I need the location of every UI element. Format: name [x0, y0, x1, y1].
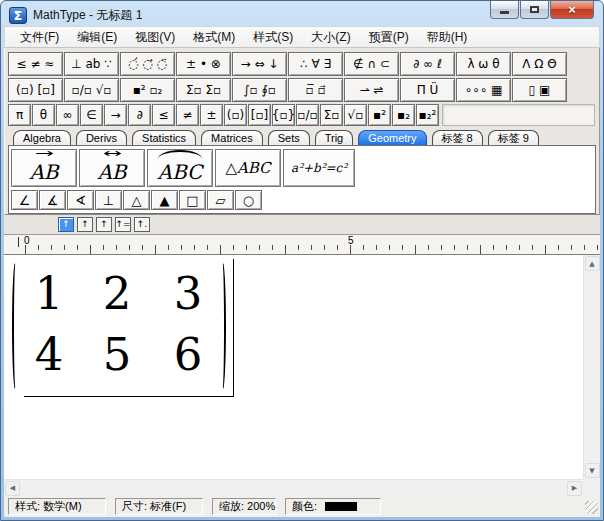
- quick-arrow-button[interactable]: →: [104, 104, 127, 126]
- status-size[interactable]: 尺寸: 标准(F): [115, 498, 203, 515]
- palette-embellishments[interactable]: ◌́ ◌⃗ ◌̈: [120, 52, 175, 76]
- menu-edit[interactable]: 编辑(E): [68, 26, 126, 49]
- vertical-scrollbar[interactable]: ▲ ▼: [583, 255, 600, 479]
- triangle-filled-button[interactable]: ▲: [151, 190, 178, 210]
- perpendicular-button[interactable]: ⊥: [95, 190, 122, 210]
- tab-label8[interactable]: 标签 8: [432, 130, 483, 145]
- status-style[interactable]: 样式: 数学(M): [8, 498, 106, 515]
- arc-abc-button[interactable]: ABC: [147, 149, 213, 187]
- vector-ab-label: AB: [29, 160, 58, 184]
- pythagoras-button[interactable]: a²+b²=c²: [283, 149, 355, 187]
- maximize-button[interactable]: [520, 1, 549, 19]
- quick-partial-button[interactable]: ∂: [128, 104, 151, 126]
- quick-subsuperscript-button[interactable]: ▪₂²: [416, 104, 439, 126]
- palette-overbar-templates[interactable]: ▫̅ ▫⃗: [288, 78, 343, 102]
- menu-size[interactable]: 大小(Z): [302, 26, 359, 49]
- palette-product-templates[interactable]: Π̈ Ü: [400, 78, 455, 102]
- matrix-equation[interactable]: 1 2 3 4 5 6: [12, 261, 226, 391]
- circle-button[interactable]: ○: [235, 190, 262, 210]
- palette-operator-symbols[interactable]: ± • ⊗: [176, 52, 231, 76]
- minimize-button[interactable]: [490, 1, 519, 19]
- menu-help[interactable]: 帮助(H): [418, 26, 477, 49]
- close-button[interactable]: ×: [550, 1, 594, 19]
- tab-matrices[interactable]: Matrices: [201, 130, 263, 145]
- vector-ab-button[interactable]: → AB: [11, 149, 77, 187]
- quick-fraction-button[interactable]: ▫/▫: [296, 104, 319, 126]
- tab-statistics[interactable]: Statistics: [132, 130, 196, 145]
- palette-labeled-arrow-templates[interactable]: ⇀ ⇌: [344, 78, 399, 102]
- tab-label9[interactable]: 标签 9: [488, 130, 539, 145]
- palette-fraction-radical-templates[interactable]: ▫/▫ √▫: [64, 78, 119, 102]
- tab-sets[interactable]: Sets: [268, 130, 310, 145]
- status-zoom[interactable]: 缩放: 200%: [212, 498, 276, 515]
- triangle-abc-button[interactable]: △ABC: [215, 149, 281, 187]
- horizontal-scrollbar[interactable]: ◀ ▶: [4, 479, 583, 496]
- palette-matrix-templates[interactable]: ∘∘∘ ▦: [456, 78, 511, 102]
- resize-grip-icon[interactable]: [585, 501, 598, 514]
- tabstop-equal-button[interactable]: ↑=: [115, 217, 131, 232]
- palette-arrow-symbols[interactable]: → ⇔ ↓: [232, 52, 287, 76]
- quick-brackets-button[interactable]: [▫]: [248, 104, 271, 126]
- quick-plusminus-button[interactable]: ±: [200, 104, 223, 126]
- scroll-right-icon[interactable]: ▶: [567, 481, 582, 496]
- quick-superscript-button[interactable]: ▪²: [368, 104, 391, 126]
- quick-braces-button[interactable]: {▫}: [272, 104, 295, 126]
- geometry-symbol-row: ∠ ∡ ∢ ⊥ △ ▲ □ ▱ ○: [11, 190, 593, 210]
- scroll-down-icon[interactable]: ▼: [585, 463, 600, 478]
- palette-greek-uppercase[interactable]: Λ Ω Θ: [512, 52, 567, 76]
- quick-subscript-button[interactable]: ▪₂: [392, 104, 415, 126]
- measured-angle-button[interactable]: ∡: [39, 190, 66, 210]
- scroll-left-icon[interactable]: ◀: [5, 481, 20, 496]
- quick-element-of-button[interactable]: ∈: [80, 104, 103, 126]
- palette-set-symbols[interactable]: ∉ ∩ ⊂: [344, 52, 399, 76]
- palette-greek-lowercase[interactable]: λ ω θ: [456, 52, 511, 76]
- line-ab-button[interactable]: ↔ AB: [79, 149, 145, 187]
- square-button[interactable]: □: [179, 190, 206, 210]
- quick-neq-button[interactable]: ≠: [176, 104, 199, 126]
- tab-derivs[interactable]: Derivs: [76, 130, 127, 145]
- menu-file[interactable]: 文件(F): [11, 26, 68, 49]
- tabstop-center-button[interactable]: ↑: [77, 217, 93, 232]
- status-color[interactable]: 颜色:: [285, 498, 381, 515]
- palette-misc-symbols[interactable]: ∂ ∞ ℓ: [400, 52, 455, 76]
- tabstop-decimal-button[interactable]: ↑.: [134, 217, 150, 232]
- equation-canvas[interactable]: 1 2 3 4 5 6: [4, 255, 583, 479]
- scroll-up-icon[interactable]: ▲: [585, 256, 600, 271]
- titlebar[interactable]: Σ MathType - 无标题 1 ×: [4, 1, 600, 26]
- menu-style[interactable]: 样式(S): [244, 26, 302, 49]
- palette-box-templates[interactable]: ▯ ▣: [512, 78, 567, 102]
- palette-spacing-symbols[interactable]: ⊥ ab ∵: [64, 52, 119, 76]
- palette-integral-templates[interactable]: ∫▫ ∮▫: [232, 78, 287, 102]
- tab-trig[interactable]: Trig: [315, 130, 354, 145]
- palette-relational-symbols[interactable]: ≤ ≠ ≈: [8, 52, 63, 76]
- palette-logic-symbols[interactable]: ∴ ∀ ∃: [288, 52, 343, 76]
- mathtype-window: Σ MathType - 无标题 1 × 文件(F) 编辑(E) 视图(V) 格…: [0, 0, 604, 521]
- angle-button[interactable]: ∠: [11, 190, 38, 210]
- quick-pi-button[interactable]: π: [8, 104, 31, 126]
- tab-algebra[interactable]: Algebra: [13, 130, 71, 145]
- palette-script-templates[interactable]: ▪² ▫₂: [120, 78, 175, 102]
- quick-row-filler: [442, 104, 595, 126]
- parallelogram-button[interactable]: ▱: [207, 190, 234, 210]
- symbol-palette-row: ≤ ≠ ≈ ⊥ ab ∵ ◌́ ◌⃗ ◌̈ ± • ⊗ → ⇔ ↓ ∴ ∀ ∃ …: [8, 52, 597, 76]
- menu-preferences[interactable]: 预置(P): [360, 26, 418, 49]
- spherical-angle-button[interactable]: ∢: [67, 190, 94, 210]
- menu-view[interactable]: 视图(V): [126, 26, 184, 49]
- quick-leq-button[interactable]: ≤: [152, 104, 175, 126]
- geometry-expression-row: → AB ↔ AB ABC △ABC: [11, 149, 593, 187]
- quick-theta-button[interactable]: θ: [32, 104, 55, 126]
- ruler-origin-mark: [18, 237, 19, 247]
- quick-infinity-button[interactable]: ∞: [56, 104, 79, 126]
- quick-radical-button[interactable]: √▫: [344, 104, 367, 126]
- palette-sum-templates[interactable]: Σ▫ Σ▫: [176, 78, 231, 102]
- tabstop-right-button[interactable]: ↑: [96, 217, 112, 232]
- tabstop-left-button[interactable]: ↑: [58, 217, 74, 232]
- quick-parentheses-button[interactable]: (▫): [224, 104, 247, 126]
- matrix-cell: 4: [35, 328, 64, 381]
- menu-format[interactable]: 格式(M): [184, 26, 244, 49]
- triangle-outline-button[interactable]: △: [123, 190, 150, 210]
- palette-fence-templates[interactable]: (▫) [▫]: [8, 78, 63, 102]
- quick-sum-button[interactable]: Σ▫: [320, 104, 343, 126]
- tab-geometry[interactable]: Geometry: [358, 130, 426, 145]
- ruler[interactable]: 0 5: [4, 235, 600, 255]
